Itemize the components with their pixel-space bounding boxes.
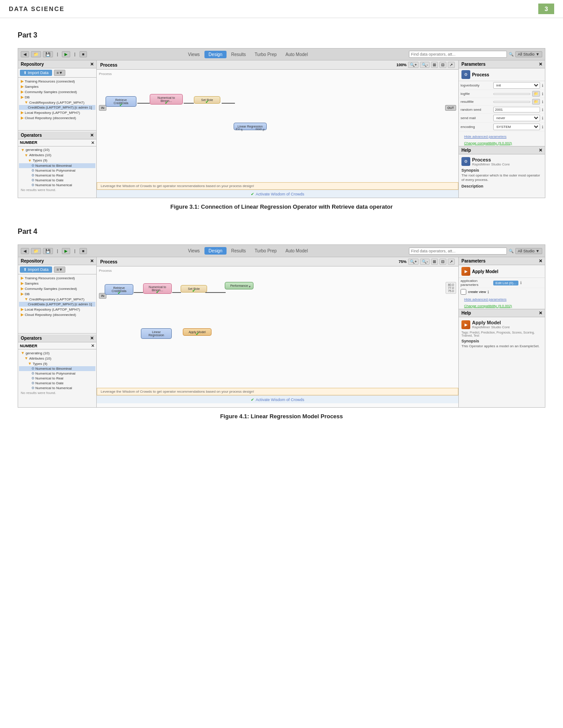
zoom-out-btn[interactable]: 🔍-: [420, 62, 430, 68]
tree-item-training[interactable]: ▶ Training Resources (connected): [19, 79, 95, 84]
tab2-design[interactable]: Design: [204, 247, 226, 255]
tree-item-local-repo[interactable]: ▶ Local Repository (LAPTOP_MPH7): [19, 110, 95, 115]
toolbar-back-btn[interactable]: ◀: [21, 51, 29, 57]
node2-set-role[interactable]: Set Role ✔: [181, 285, 207, 293]
tree-item-community[interactable]: ▶ Community Samples (connected): [19, 89, 95, 94]
all-studio-dropdown-2[interactable]: All Studio ▼: [515, 248, 542, 254]
tab2-turbo-prep[interactable]: Turbo Prep: [251, 247, 281, 255]
zoom-in-btn[interactable]: 🔍+: [408, 62, 419, 68]
tree2-cloud-repo[interactable]: ▶ Cloud Repository (disconnected): [19, 312, 95, 317]
tree2-db[interactable]: ▶ DB: [19, 291, 95, 296]
activate-wisdom-2[interactable]: ✔ Activate Wisdom of Crowds: [97, 395, 458, 403]
node-linear-regression[interactable]: Linear Regression EV ╗ mod ╔: [234, 123, 267, 130]
tab2-results[interactable]: Results: [227, 247, 250, 255]
all-studio-dropdown[interactable]: All Studio ▼: [515, 51, 542, 57]
ops-num-to-num[interactable]: ⚙ Numerical to Numerical: [19, 183, 95, 188]
tree2-credit-data[interactable]: CreditData (LAPTOP_MPH7) [c admin 1]: [19, 302, 95, 307]
ops2-num-to-binom[interactable]: ⚙ Numerical to Binominal: [19, 366, 95, 371]
node2-apply-model[interactable]: Apply Model ✔: [183, 328, 212, 336]
change-compat-link[interactable]: Change compatibility (9.0.002): [461, 140, 515, 146]
tab-turbo-prep[interactable]: Turbo Prep: [251, 51, 281, 58]
toolbar-play-btn[interactable]: ▶: [62, 51, 70, 57]
layout-btn-2[interactable]: ⊟: [439, 259, 446, 265]
search-input-2[interactable]: [409, 248, 507, 255]
ops2-num-to-poly[interactable]: ⚙ Numerical to Polynominal: [19, 371, 95, 376]
ops-generating[interactable]: ▼ generating (10): [19, 147, 95, 153]
zoom-out-btn-2[interactable]: 🔍-: [420, 259, 430, 265]
tree-item-samples[interactable]: ▶ Samples: [19, 84, 95, 89]
ops2-attributes[interactable]: ▼ Attributes (10): [19, 356, 95, 361]
tab2-auto-model[interactable]: Auto Model: [282, 247, 312, 255]
encoding-select[interactable]: SYSTEM: [493, 124, 540, 130]
ops-num-to-date[interactable]: ⚙ Numerical to Date: [19, 178, 95, 183]
toolbar2-stop-btn[interactable]: ■: [79, 248, 87, 254]
ops-num-to-real[interactable]: ⚙ Numerical to Real: [19, 173, 95, 178]
zoom-in-btn-2[interactable]: 🔍+: [408, 259, 419, 265]
activate-wisdom[interactable]: ✔ Activate Wisdom of Crowds: [97, 190, 458, 198]
export-btn[interactable]: ↗: [448, 62, 455, 68]
resultfile-btn[interactable]: 📁: [532, 99, 540, 105]
ops-num-to-binom[interactable]: ⚙ Numerical to Binominal: [19, 163, 95, 168]
tree2-community[interactable]: ▶ Community Samples (connected): [19, 286, 95, 291]
logfile-btn[interactable]: 📁: [532, 91, 540, 97]
node-num-to-binom[interactable]: Numerical to Binom... ✔: [150, 94, 183, 105]
param-apply-model-title: ▶ Apply Model: [459, 265, 545, 278]
node2-performance[interactable]: Performance ▼: [225, 282, 253, 289]
tree-item-credit-data[interactable]: CreditData (LAPTOP_MPH7) [c admin 1]: [19, 105, 95, 110]
repo-menu-btn[interactable]: ≡▼: [54, 70, 65, 76]
random-seed-input[interactable]: [493, 107, 540, 113]
tree2-training[interactable]: ▶ Training Resources (connected): [19, 275, 95, 281]
node2-retrieve[interactable]: Retrieve CreditData ✔: [105, 284, 133, 295]
repo-menu-btn-2[interactable]: ≡▼: [54, 266, 65, 273]
export-btn-2[interactable]: ↗: [448, 259, 455, 265]
tree-item-credit-repo[interactable]: ▼ CreditRepository (LAPTOP_MPH7): [19, 100, 95, 105]
toolbar2-folder-btn[interactable]: 📁: [31, 248, 41, 254]
toolbar-stop-btn[interactable]: ■: [79, 51, 87, 57]
tree2-credit-repo[interactable]: ▼ CreditRepository (LAPTOP_MPH7): [19, 296, 95, 302]
import-data-btn[interactable]: ⬆ Import Data: [20, 70, 52, 76]
fit-btn-2[interactable]: ⊞: [431, 259, 438, 265]
ops2-types[interactable]: ▼ Types (9): [19, 361, 95, 366]
fit-btn[interactable]: ⊞: [431, 62, 438, 68]
ops-types[interactable]: ▼ Types (9): [19, 158, 95, 163]
edit-list-btn[interactable]: Edit List (0)...: [493, 281, 518, 285]
node2-num-binom[interactable]: Numerical to Binom... ✔: [143, 283, 172, 294]
toolbar-save-btn[interactable]: 💾: [43, 51, 53, 57]
create-view-checkbox[interactable]: [461, 289, 466, 295]
help-op-source-2: RapidMiner Studio Core: [472, 325, 510, 329]
logverbosity-select[interactable]: init: [493, 82, 540, 89]
operators-tree-2: ▼ generating (10) ▼ Attributes (10) ▼ Ty…: [18, 349, 96, 407]
tree-item-cloud-repo[interactable]: ▶ Cloud Repository (disconnected): [19, 115, 95, 120]
resultfile-info: ℹ: [542, 100, 543, 104]
hide-advanced-link[interactable]: Hide advanced parameters: [461, 134, 509, 139]
hide-advanced-link-2[interactable]: Hide advanced parameters: [461, 296, 509, 302]
tab-design[interactable]: Design: [204, 51, 226, 58]
node2-linear-reg[interactable]: Linear Regression: [141, 328, 172, 339]
tab-auto-model[interactable]: Auto Model: [282, 51, 312, 58]
toolbar2-play-btn[interactable]: ▶: [62, 248, 70, 254]
ops-attributes[interactable]: ▼ Attributes (10): [19, 153, 95, 158]
node-set-role[interactable]: Set Role ✔: [194, 96, 220, 104]
ops2-generating[interactable]: ▼ generating (10): [19, 350, 95, 356]
ops-num-to-poly[interactable]: ⚙ Numerical to Polynominal: [19, 168, 95, 173]
figure1-caption: Figure 3.1: Connection of Linear Regress…: [18, 203, 545, 210]
import-data-btn-2[interactable]: ⬆ Import Data: [20, 266, 52, 273]
search-input[interactable]: [409, 51, 507, 58]
tree-item-db[interactable]: ▶ DB: [19, 94, 95, 100]
ops2-num-to-num[interactable]: ⚙ Numerical to Numerical: [19, 386, 95, 390]
send-mail-select[interactable]: never: [493, 115, 540, 121]
ops2-num-to-date[interactable]: ⚙ Numerical to Date: [19, 381, 95, 386]
node-retrieve-credit[interactable]: Retrieve CreditData ✔: [106, 96, 136, 107]
toolbar2-save-btn[interactable]: 💾: [43, 248, 53, 254]
tab2-views[interactable]: Views: [184, 247, 204, 255]
tab-views[interactable]: Views: [184, 51, 204, 58]
right-panel: Parameters ✕ ⚙ Process logverbosity: [459, 60, 545, 198]
tree2-samples[interactable]: ▶ Samples: [19, 281, 95, 286]
tab-results[interactable]: Results: [227, 51, 250, 58]
ops2-num-to-real[interactable]: ⚙ Numerical to Real: [19, 376, 95, 381]
layout-btn[interactable]: ⊟: [439, 62, 446, 68]
tree2-local-repo[interactable]: ▶ Local Repository (LAPTOP_MPH7): [19, 307, 95, 312]
toolbar-folder-btn[interactable]: 📁: [31, 51, 41, 57]
change-compat-link-2[interactable]: Change compatibility (9.0.002): [461, 303, 515, 309]
toolbar2-back-btn[interactable]: ◀: [21, 248, 29, 254]
